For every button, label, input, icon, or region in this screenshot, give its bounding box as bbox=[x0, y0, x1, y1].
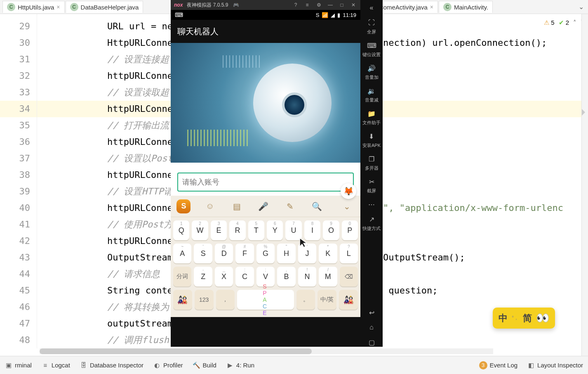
screenshot-tool[interactable]: ✂截屏 bbox=[367, 177, 376, 194]
run-tool[interactable]: ▶4: Run bbox=[226, 362, 254, 369]
key-h[interactable]: "H bbox=[277, 244, 295, 263]
help-icon[interactable]: ? bbox=[292, 1, 299, 9]
key-y[interactable]: 6Y bbox=[267, 220, 283, 240]
clipboard-icon[interactable]: ▤ bbox=[229, 199, 244, 214]
android-home-button[interactable]: ⌂ bbox=[367, 323, 376, 332]
key-o[interactable]: 9O bbox=[323, 220, 339, 240]
minimize-icon[interactable]: — bbox=[327, 1, 334, 9]
key-c[interactable]: :C bbox=[235, 267, 254, 286]
key-n[interactable]: !N bbox=[298, 267, 316, 286]
key-b[interactable]: ,B bbox=[277, 267, 295, 286]
maximize-icon[interactable]: □ bbox=[338, 1, 346, 9]
gutter: 2930313233343536373839404142434445464748 bbox=[0, 14, 37, 348]
mic-icon[interactable]: 🎤 bbox=[256, 199, 271, 214]
number-key[interactable]: 123 bbox=[195, 290, 214, 310]
key-i[interactable]: 8I bbox=[304, 220, 320, 240]
horizontal-scrollbar[interactable] bbox=[40, 348, 493, 354]
fox-mascot-icon[interactable]: 🦊 bbox=[341, 183, 356, 199]
gutter-line: 40 bbox=[0, 200, 37, 216]
space-key[interactable]: SPACE bbox=[237, 290, 294, 310]
gamepad-icon[interactable]: 🎮 bbox=[232, 1, 240, 9]
key-k[interactable]: *K bbox=[319, 244, 337, 263]
build-tool[interactable]: 🔨Build bbox=[193, 362, 216, 369]
profiler-tool[interactable]: ◐Profiler bbox=[153, 362, 183, 369]
ime-floating-widget[interactable]: 中 °， 简 👀 bbox=[493, 308, 555, 329]
gutter-line: 44 bbox=[0, 266, 37, 282]
file-helper-tool[interactable]: 📁文件助手 bbox=[362, 109, 381, 126]
multi-instance-tool[interactable]: ❐多开器 bbox=[365, 154, 379, 171]
install-apk-tool[interactable]: ⬇安装APK bbox=[362, 132, 381, 149]
daruma-right-key[interactable]: 🎎 bbox=[339, 290, 358, 310]
fullscreen-tool[interactable]: ⛶全屏 bbox=[367, 18, 376, 35]
backspace-key[interactable]: ⌫ bbox=[340, 267, 358, 286]
key-z[interactable]: -Z bbox=[194, 267, 212, 286]
gutter-line: 36 bbox=[0, 134, 37, 150]
gutter-line: 47 bbox=[0, 315, 37, 332]
bottom-toolbar: ▣rminal ≡Logcat 🗄Database Inspector ◐Pro… bbox=[0, 356, 588, 374]
close-icon[interactable]: × bbox=[56, 4, 60, 10]
nox-titlebar[interactable]: nox 夜神模拟器 7.0.5.9 🎮 ? ≡ ⚙ — □ ✕ bbox=[171, 0, 360, 10]
logcat-icon: ≡ bbox=[42, 362, 49, 369]
key-a[interactable]: ~A bbox=[173, 244, 191, 263]
shortcut-tool[interactable]: ↗快捷方式 bbox=[362, 215, 381, 232]
nox-title-text: 夜神模拟器 7.0.5.9 bbox=[187, 2, 228, 9]
key-f[interactable]: #F bbox=[235, 244, 254, 263]
key-d[interactable]: @D bbox=[215, 244, 233, 263]
key-q[interactable]: 1Q bbox=[173, 220, 189, 240]
lang-switch-key[interactable]: 中/英 bbox=[318, 290, 336, 310]
key-w[interactable]: 2W bbox=[192, 220, 208, 240]
database-inspector-tool[interactable]: 🗄Database Inspector bbox=[80, 362, 143, 369]
nox-emulator-window: nox 夜神模拟器 7.0.5.9 🎮 ? ≡ ⚙ — □ ✕ ⌨ S 📶 ◢ … bbox=[171, 0, 383, 347]
collapse-keyboard-icon[interactable]: ⌄ bbox=[339, 199, 354, 214]
emoji-icon[interactable]: ☺ bbox=[202, 199, 217, 214]
key-u[interactable]: 7U bbox=[285, 220, 301, 240]
chevron-down-icon[interactable]: ⌄ bbox=[574, 3, 588, 11]
android-back-button[interactable]: ↩ bbox=[367, 308, 376, 317]
close-icon[interactable]: × bbox=[430, 4, 433, 10]
volume-down-tool[interactable]: 🔉音量减 bbox=[365, 86, 379, 103]
key-p[interactable]: 0P bbox=[342, 220, 358, 240]
key-t[interactable]: 5T bbox=[248, 220, 264, 240]
gutter-line: 43 bbox=[0, 249, 37, 266]
editor-resizer[interactable] bbox=[581, 14, 588, 356]
gutter-line: 29 bbox=[0, 18, 37, 35]
gear-icon[interactable]: ⚙ bbox=[315, 1, 322, 9]
menu-icon[interactable]: ≡ bbox=[303, 1, 311, 9]
key-e[interactable]: 3E bbox=[211, 220, 227, 240]
gutter-line: 45 bbox=[0, 282, 37, 299]
close-icon[interactable]: ✕ bbox=[350, 1, 357, 9]
tab-databasehelper[interactable]: C DataBaseHelper.java bbox=[66, 1, 143, 13]
tab-mainactivity[interactable]: C MainActivity. bbox=[439, 1, 493, 13]
account-input-container[interactable] bbox=[177, 173, 354, 192]
handwrite-icon[interactable]: ✎ bbox=[283, 199, 298, 214]
key-j[interactable]: 'J bbox=[298, 244, 316, 263]
logcat-tool[interactable]: ≡Logcat bbox=[42, 362, 70, 369]
tab-httputils[interactable]: C HttpUtils.java × bbox=[2, 1, 65, 13]
keymap-tool[interactable]: ⌨键位设置 bbox=[362, 41, 381, 58]
sogou-status-icon: S bbox=[316, 12, 320, 18]
gutter-line: 33 bbox=[0, 84, 37, 101]
gutter-line: 39 bbox=[0, 183, 37, 200]
ime-jian-label: 简 bbox=[523, 312, 532, 324]
layout-inspector-tool[interactable]: ◧Layout Inspector bbox=[527, 362, 583, 369]
clock: 11:19 bbox=[343, 12, 356, 18]
event-log-tool[interactable]: 3Event Log bbox=[479, 361, 518, 369]
key-g[interactable]: %G bbox=[256, 244, 275, 263]
key-x[interactable]: _X bbox=[215, 267, 233, 286]
more-tool[interactable]: ⋯ bbox=[367, 200, 376, 209]
collapse-sidebar-icon[interactable]: « bbox=[367, 3, 376, 12]
daruma-left-key[interactable]: 🎎 bbox=[173, 290, 192, 310]
volume-up-tool[interactable]: 🔊音量加 bbox=[365, 64, 379, 80]
android-recents-button[interactable]: ▢ bbox=[367, 338, 376, 347]
key-r[interactable]: 4R bbox=[229, 220, 245, 240]
period-key[interactable]: 。 bbox=[296, 290, 315, 310]
fenci-key[interactable]: 分词 bbox=[173, 267, 191, 286]
key-m[interactable]: /M bbox=[319, 267, 337, 286]
key-s[interactable]: 'S bbox=[194, 244, 212, 263]
sogou-logo-icon[interactable]: S bbox=[176, 199, 191, 213]
terminal-tool[interactable]: ▣rminal bbox=[5, 362, 32, 369]
search-icon[interactable]: 🔍 bbox=[310, 199, 325, 214]
key-l[interactable]: ?L bbox=[340, 244, 358, 263]
comma-key[interactable]: ， bbox=[216, 290, 235, 310]
account-input[interactable] bbox=[182, 178, 349, 187]
